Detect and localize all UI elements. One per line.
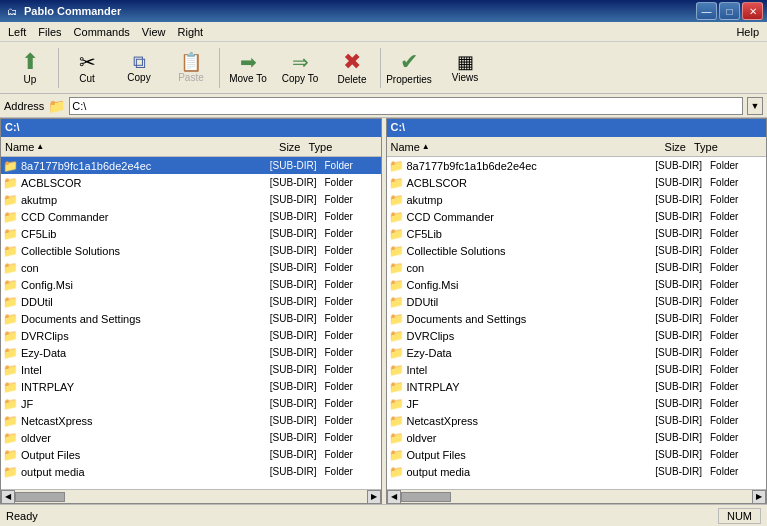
cut-label: Cut: [79, 73, 95, 84]
file-size: [SUB-DIR]: [251, 364, 321, 375]
right-panel-header: C:\: [387, 119, 767, 137]
right-col-type-header[interactable]: Type: [690, 141, 750, 153]
table-row[interactable]: 📁oldver[SUB-DIR]Folder: [387, 429, 767, 446]
table-row[interactable]: 📁Intel[SUB-DIR]Folder: [387, 361, 767, 378]
delete-button[interactable]: ✖ Delete: [326, 44, 378, 92]
menu-help[interactable]: Help: [730, 24, 765, 40]
table-row[interactable]: 📁CCD Commander[SUB-DIR]Folder: [1, 208, 381, 225]
move-to-button[interactable]: ➡ Move To: [222, 44, 274, 92]
file-type: Folder: [706, 279, 766, 290]
table-row[interactable]: 📁CCD Commander[SUB-DIR]Folder: [387, 208, 767, 225]
address-input[interactable]: [69, 97, 743, 115]
table-row[interactable]: 📁DVRClips[SUB-DIR]Folder: [387, 327, 767, 344]
title-bar-controls: — □ ✕: [696, 2, 763, 20]
table-row[interactable]: 📁DDUtil[SUB-DIR]Folder: [387, 293, 767, 310]
minimize-button[interactable]: —: [696, 2, 717, 20]
right-h-scroll-thumb[interactable]: [401, 492, 451, 502]
right-h-scroll-right[interactable]: ▶: [752, 490, 766, 504]
table-row[interactable]: 📁8a7177b9fc1a1b6de2e4ec[SUB-DIR]Folder: [1, 157, 381, 174]
menu-files[interactable]: Files: [32, 24, 67, 40]
table-row[interactable]: 📁Collectible Solutions[SUB-DIR]Folder: [1, 242, 381, 259]
right-col-name-header[interactable]: Name ▲: [387, 141, 621, 153]
folder-icon: 📁: [3, 448, 18, 462]
table-row[interactable]: 📁NetcastXpress[SUB-DIR]Folder: [1, 412, 381, 429]
table-row[interactable]: 📁akutmp[SUB-DIR]Folder: [1, 191, 381, 208]
left-col-name-header[interactable]: Name ▲: [1, 141, 235, 153]
table-row[interactable]: 📁ACBLSCOR[SUB-DIR]Folder: [387, 174, 767, 191]
right-h-scroll-track[interactable]: [401, 490, 753, 503]
copy-button[interactable]: ⧉ Copy: [113, 44, 165, 92]
table-row[interactable]: 📁CF5Lib[SUB-DIR]Folder: [387, 225, 767, 242]
table-row[interactable]: 📁oldver[SUB-DIR]Folder: [1, 429, 381, 446]
right-h-scroll-left[interactable]: ◀: [387, 490, 401, 504]
address-dropdown-button[interactable]: ▼: [747, 97, 763, 115]
table-row[interactable]: 📁Config.Msi[SUB-DIR]Folder: [1, 276, 381, 293]
maximize-button[interactable]: □: [719, 2, 740, 20]
left-file-list[interactable]: 📁8a7177b9fc1a1b6de2e4ec[SUB-DIR]Folder📁A…: [1, 157, 381, 489]
right-col-size-header[interactable]: Size: [620, 141, 690, 153]
table-row[interactable]: 📁Config.Msi[SUB-DIR]Folder: [387, 276, 767, 293]
delete-icon: ✖: [343, 51, 361, 73]
menu-right[interactable]: Right: [172, 24, 210, 40]
table-row[interactable]: 📁CF5Lib[SUB-DIR]Folder: [1, 225, 381, 242]
file-name: akutmp: [21, 194, 57, 206]
menu-view[interactable]: View: [136, 24, 172, 40]
toolbar-sep-3: [380, 48, 381, 88]
table-row[interactable]: 📁output media[SUB-DIR]Folder: [387, 463, 767, 480]
address-folder-icon: 📁: [48, 98, 65, 114]
table-row[interactable]: 📁Output Files[SUB-DIR]Folder: [1, 446, 381, 463]
close-button[interactable]: ✕: [742, 2, 763, 20]
table-row[interactable]: 📁akutmp[SUB-DIR]Folder: [387, 191, 767, 208]
left-h-scroll-left[interactable]: ◀: [1, 490, 15, 504]
menu-commands[interactable]: Commands: [68, 24, 136, 40]
table-row[interactable]: 📁NetcastXpress[SUB-DIR]Folder: [387, 412, 767, 429]
right-h-scrollbar[interactable]: ◀ ▶: [387, 489, 767, 503]
table-row[interactable]: 📁ACBLSCOR[SUB-DIR]Folder: [1, 174, 381, 191]
menu-left[interactable]: Left: [2, 24, 32, 40]
table-row[interactable]: 📁Ezy-Data[SUB-DIR]Folder: [387, 344, 767, 361]
left-col-type-header[interactable]: Type: [305, 141, 365, 153]
toolbar-sep-1: [58, 48, 59, 88]
file-name: 8a7177b9fc1a1b6de2e4ec: [21, 160, 151, 172]
file-size: [SUB-DIR]: [636, 432, 706, 443]
views-button[interactable]: ▦ Views: [435, 44, 495, 92]
right-file-list[interactable]: 📁8a7177b9fc1a1b6de2e4ec[SUB-DIR]Folder📁A…: [387, 157, 767, 489]
file-type: Folder: [321, 245, 381, 256]
table-row[interactable]: 📁DVRClips[SUB-DIR]Folder: [1, 327, 381, 344]
folder-icon: 📁: [3, 278, 18, 292]
table-row[interactable]: 📁output media[SUB-DIR]Folder: [1, 463, 381, 480]
file-name: ACBLSCOR: [21, 177, 82, 189]
left-h-scroll-track[interactable]: [15, 490, 367, 503]
up-button[interactable]: ⬆ Up: [4, 44, 56, 92]
table-row[interactable]: 📁Documents and Settings[SUB-DIR]Folder: [1, 310, 381, 327]
table-row[interactable]: 📁Documents and Settings[SUB-DIR]Folder: [387, 310, 767, 327]
left-h-scroll-thumb[interactable]: [15, 492, 65, 502]
file-name: INTRPLAY: [21, 381, 74, 393]
file-type: Folder: [706, 296, 766, 307]
file-type: Folder: [321, 398, 381, 409]
folder-icon: 📁: [389, 295, 404, 309]
left-h-scroll-right[interactable]: ▶: [367, 490, 381, 504]
left-h-scrollbar[interactable]: ◀ ▶: [1, 489, 381, 503]
table-row[interactable]: 📁Output Files[SUB-DIR]Folder: [387, 446, 767, 463]
table-row[interactable]: 📁JF[SUB-DIR]Folder: [1, 395, 381, 412]
folder-icon: 📁: [3, 312, 18, 326]
table-row[interactable]: 📁INTRPLAY[SUB-DIR]Folder: [1, 378, 381, 395]
folder-icon: 📁: [3, 176, 18, 190]
left-col-size-header[interactable]: Size: [235, 141, 305, 153]
table-row[interactable]: 📁con[SUB-DIR]Folder: [387, 259, 767, 276]
table-row[interactable]: 📁JF[SUB-DIR]Folder: [387, 395, 767, 412]
paste-button[interactable]: 📋 Paste: [165, 44, 217, 92]
table-row[interactable]: 📁DDUtil[SUB-DIR]Folder: [1, 293, 381, 310]
file-name: oldver: [407, 432, 437, 444]
table-row[interactable]: 📁Ezy-Data[SUB-DIR]Folder: [1, 344, 381, 361]
copy-to-button[interactable]: ⇒ Copy To: [274, 44, 326, 92]
cut-button[interactable]: ✂ Cut: [61, 44, 113, 92]
properties-button[interactable]: ✔ Properties: [383, 44, 435, 92]
table-row[interactable]: 📁Collectible Solutions[SUB-DIR]Folder: [387, 242, 767, 259]
table-row[interactable]: 📁8a7177b9fc1a1b6de2e4ec[SUB-DIR]Folder: [387, 157, 767, 174]
file-size: [SUB-DIR]: [251, 279, 321, 290]
table-row[interactable]: 📁con[SUB-DIR]Folder: [1, 259, 381, 276]
table-row[interactable]: 📁INTRPLAY[SUB-DIR]Folder: [387, 378, 767, 395]
table-row[interactable]: 📁Intel[SUB-DIR]Folder: [1, 361, 381, 378]
